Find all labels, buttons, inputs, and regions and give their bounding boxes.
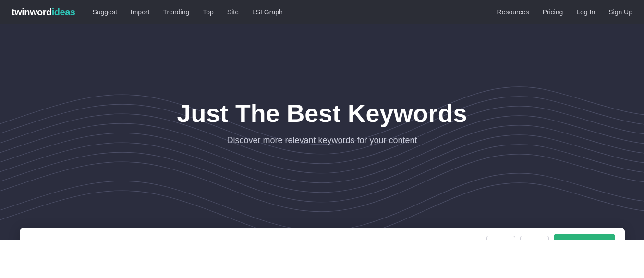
suggest-button[interactable]: Suggest xyxy=(554,234,615,240)
navbar-right: Resources Pricing Log In Sign Up xyxy=(497,8,632,16)
logo-twinword: twinword xyxy=(12,7,52,18)
logo-ideas: ideas xyxy=(52,7,75,18)
nav-links: Suggest Import Trending Top Site LSI Gra… xyxy=(92,8,282,16)
nav-suggest[interactable]: Suggest xyxy=(92,8,117,16)
search-input[interactable] xyxy=(31,239,482,241)
navbar: twinword ideas Suggest Import Trending T… xyxy=(0,0,644,24)
nav-resources[interactable]: Resources xyxy=(497,8,529,16)
locale-language-button[interactable]: en xyxy=(520,236,549,240)
nav-top[interactable]: Top xyxy=(203,8,214,16)
nav-site[interactable]: Site xyxy=(227,8,239,16)
nav-import[interactable]: Import xyxy=(131,8,150,16)
navbar-left: twinword ideas Suggest Import Trending T… xyxy=(12,7,283,18)
nav-pricing[interactable]: Pricing xyxy=(542,8,563,16)
hero-subtitle: Discover more relevant keywords for your… xyxy=(177,135,467,145)
nav-login[interactable]: Log In xyxy=(576,8,595,16)
hero-section: Just The Best Keywords Discover more rel… xyxy=(0,24,644,240)
hero-title: Just The Best Keywords xyxy=(177,99,467,128)
nav-signup[interactable]: Sign Up xyxy=(608,8,632,16)
nav-trending[interactable]: Trending xyxy=(163,8,189,16)
locale-country-button[interactable]: US xyxy=(486,236,515,240)
logo[interactable]: twinword ideas xyxy=(12,7,75,18)
nav-lsi-graph[interactable]: LSI Graph xyxy=(252,8,283,16)
search-container: US en Suggest xyxy=(20,228,625,240)
hero-content: Just The Best Keywords Discover more rel… xyxy=(177,99,467,146)
